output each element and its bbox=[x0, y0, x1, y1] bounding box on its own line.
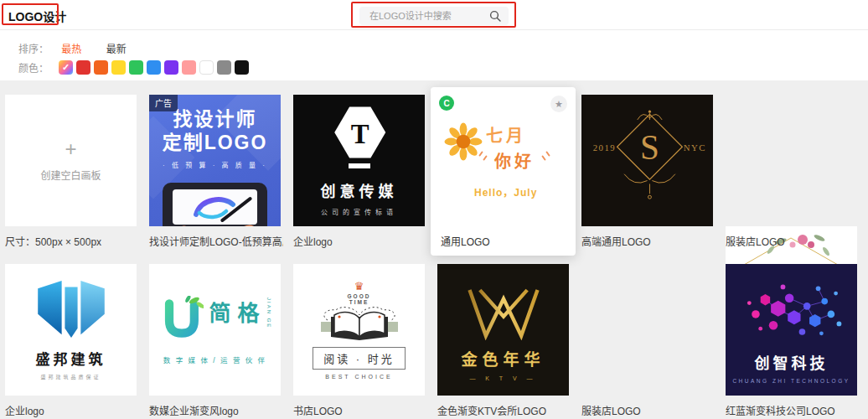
color-swatch-white[interactable] bbox=[199, 60, 214, 75]
jiange-logo: 简格 JIAN GE bbox=[158, 296, 271, 341]
sort-row: 排序： 最热 最新 bbox=[18, 41, 127, 55]
card-caption: 数媒企业渐变风logo bbox=[149, 403, 283, 417]
color-swatch-red[interactable] bbox=[76, 60, 90, 75]
crown-icon: ♛ bbox=[354, 281, 364, 292]
create-blank-card[interactable]: + 创建空白画板 bbox=[5, 95, 137, 226]
svg-text:S: S bbox=[640, 128, 659, 167]
card-caption: 通用LOGO bbox=[441, 234, 490, 248]
sunflower-icon bbox=[444, 122, 483, 161]
color-swatch-black[interactable] bbox=[235, 60, 249, 75]
logo-subtitle: 公司的宣传标语 bbox=[321, 207, 397, 216]
logo-subtitle: — K T V — bbox=[469, 375, 536, 381]
card-caption: 金色渐变KTV会所LOGO bbox=[437, 403, 571, 417]
ad-titles: 找设计师 定制LOGO · 低 预 算 · 高 质 量 · bbox=[149, 108, 281, 169]
template-card-tech[interactable]: 创智科技 CHUANG ZHI TECHNOLOGY bbox=[726, 264, 857, 396]
create-blank-label: 创建空白画板 bbox=[40, 168, 101, 182]
logo-subtitle: 盛邦建筑品质保证 bbox=[40, 373, 101, 380]
card-caption: 企业logo bbox=[5, 403, 139, 417]
logo-top-text: GOOD TIME bbox=[348, 293, 371, 305]
tick-decoration bbox=[483, 155, 488, 161]
tablet-screen bbox=[173, 189, 257, 225]
color-swatches: ✓ bbox=[59, 60, 252, 75]
svg-text:2019: 2019 bbox=[593, 142, 616, 153]
template-card-shengbang[interactable]: 盛邦建筑 盛邦建筑品质保证 bbox=[5, 264, 137, 396]
card-caption: 高端通用LOGO bbox=[581, 234, 716, 248]
ad-subtitle: · 低 预 算 · 高 质 量 · bbox=[149, 160, 281, 169]
template-card-chuangyi[interactable]: T 创意传媒 公司的宣传标语 bbox=[293, 95, 425, 226]
color-swatch-green[interactable] bbox=[129, 60, 143, 75]
search-bar[interactable] bbox=[359, 7, 509, 25]
gradient-dots-brain-logo bbox=[729, 276, 855, 349]
sort-option-hot[interactable]: 最热 bbox=[61, 44, 81, 55]
gradient-u-leaf-logo bbox=[158, 296, 204, 341]
svg-text:T: T bbox=[350, 118, 369, 148]
color-label: 颜色： bbox=[18, 60, 49, 75]
page: LOGO设计 排序： 最热 最新 颜色： ✓ bbox=[0, 0, 868, 419]
check-icon: ✓ bbox=[62, 63, 70, 72]
logo-subtitle: CHUANG ZHI TECHNOLOGY bbox=[732, 378, 850, 384]
card-caption: 红蓝渐变科技公司LOGO bbox=[726, 403, 860, 417]
search-icon[interactable] bbox=[489, 10, 501, 22]
logo-text-line1: 七月 bbox=[486, 122, 535, 147]
ad-card[interactable]: 广告 找设计师 定制LOGO · 低 预 算 · 高 质 量 · bbox=[149, 95, 281, 226]
template-card-ktv[interactable]: 金色年华 — K T V — bbox=[437, 264, 569, 396]
blue-building-logo bbox=[33, 279, 110, 339]
logo-title: 阅读 · 时光 bbox=[313, 347, 406, 370]
search-input[interactable] bbox=[359, 7, 509, 25]
template-card-july-hovered[interactable]: C ★ 七月 bbox=[431, 87, 576, 256]
svg-text:NYC: NYC bbox=[684, 142, 706, 153]
open-book-icon bbox=[319, 305, 400, 342]
sort-option-new[interactable]: 最新 bbox=[106, 44, 127, 55]
color-swatch-pink[interactable] bbox=[182, 60, 196, 75]
color-swatch-blue[interactable] bbox=[147, 60, 161, 75]
header: LOGO设计 bbox=[0, 0, 868, 30]
logo-subtitle: 数 字 媒 体 / 运 营 伙 伴 bbox=[163, 354, 266, 365]
logo-title: 创智科技 bbox=[755, 351, 829, 373]
hexagon-bulb-logo: T bbox=[329, 106, 390, 159]
plus-icon: + bbox=[65, 139, 76, 159]
gold-monogram-logo: S 2019 NYC bbox=[581, 102, 713, 220]
copyright-badge: C bbox=[439, 96, 454, 111]
ad-title-line1: 找设计师 bbox=[149, 108, 281, 132]
card-caption: 企业logo bbox=[293, 234, 427, 248]
logo-title: 金色年华 bbox=[461, 347, 545, 370]
sort-label: 排序： bbox=[18, 44, 49, 55]
ad-badge: 广告 bbox=[149, 95, 178, 111]
color-swatch-all[interactable]: ✓ bbox=[59, 60, 73, 75]
filter-panel: 排序： 最热 最新 颜色： ✓ bbox=[0, 30, 868, 80]
favorite-star-icon[interactable]: ★ bbox=[550, 96, 567, 112]
logo-title: 创意传媒 bbox=[321, 179, 398, 201]
logo-side-text: JIAN GE bbox=[266, 297, 271, 328]
logo-text-english: Hello，July bbox=[474, 184, 537, 199]
color-swatch-gray[interactable] bbox=[217, 60, 231, 75]
tick-decoration bbox=[545, 151, 550, 157]
card-caption: 尺寸：500px × 500px bbox=[5, 234, 139, 248]
ad-title-line2: 定制LOGO bbox=[149, 132, 281, 155]
tick-decoration bbox=[541, 155, 546, 161]
template-card-monogram[interactable]: S 2019 NYC bbox=[581, 95, 713, 226]
card-caption: 找设计师定制LOGO-低预算高质量 bbox=[149, 234, 283, 248]
page-title: LOGO设计 bbox=[8, 8, 66, 24]
color-filter-row: 颜色： ✓ bbox=[18, 60, 252, 75]
template-card-bookstore[interactable]: ♛ GOOD TIME 阅读 · 时光 BEST CHOICE bbox=[293, 264, 425, 396]
card-caption: 服装店LOGO bbox=[726, 234, 860, 248]
color-swatch-orange[interactable] bbox=[94, 60, 108, 75]
logo-base-bar bbox=[349, 163, 370, 168]
tablet-illustration bbox=[163, 183, 267, 226]
color-swatch-yellow[interactable] bbox=[111, 60, 126, 75]
logo-subtitle: BEST CHOICE bbox=[325, 374, 392, 380]
july-logo: 七月 你好 bbox=[444, 122, 535, 173]
color-swatch-purple[interactable] bbox=[164, 60, 178, 75]
template-card-jiange[interactable]: 简格 JIAN GE 数 字 媒 体 / 运 营 伙 伴 bbox=[149, 264, 281, 396]
card-caption: 服装店LOGO bbox=[581, 403, 716, 417]
logo-text-line2: 你好 bbox=[494, 148, 535, 173]
gold-crown-w-logo bbox=[460, 278, 547, 340]
logo-title: 盛邦建筑 bbox=[36, 348, 106, 369]
card-caption: 书店LOGO bbox=[293, 403, 427, 417]
logo-title: 简格 bbox=[209, 296, 266, 327]
